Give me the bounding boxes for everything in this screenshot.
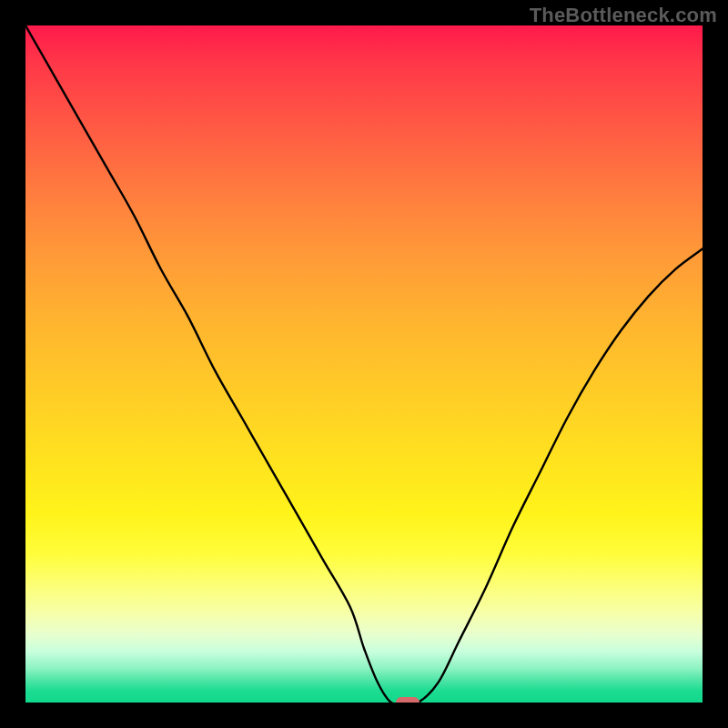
curve-svg xyxy=(25,25,703,703)
watermark-text: TheBottleneck.com xyxy=(530,4,717,27)
bottleneck-curve-path xyxy=(25,25,703,703)
plot-area xyxy=(25,25,703,703)
optimum-marker xyxy=(396,697,420,703)
chart-frame: TheBottleneck.com xyxy=(0,0,728,728)
